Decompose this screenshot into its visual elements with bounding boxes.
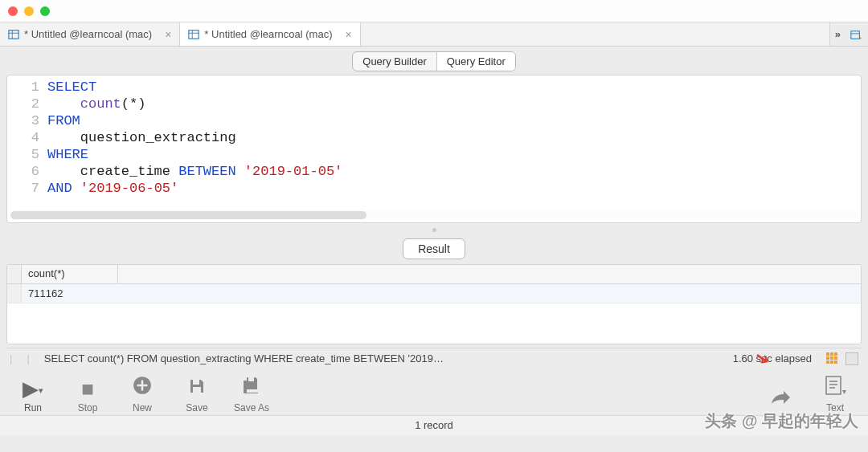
editor-horizontal-scrollbar[interactable] xyxy=(10,211,858,219)
mode-segmented: Query Builder Query Editor xyxy=(352,51,515,71)
play-icon: ▶▾ xyxy=(23,378,43,399)
stop-icon: ■ xyxy=(81,378,94,399)
minimize-window-icon[interactable] xyxy=(24,6,34,16)
tab-strip: * Untitled @learncoal (mac) × * Untitled… xyxy=(0,22,868,47)
bottom-toolbar: ▶▾ Run ■ Stop New Save Save As ▾ Text xyxy=(0,369,868,415)
stop-label: Stop xyxy=(78,402,98,413)
save-label: Save xyxy=(186,402,207,413)
line-gutter: 1234567 xyxy=(7,79,47,210)
svg-rect-10 xyxy=(193,380,199,385)
new-button[interactable]: New xyxy=(124,375,161,413)
query-builder-tab[interactable]: Query Builder xyxy=(353,52,436,71)
run-button[interactable]: ▶▾ Run xyxy=(14,378,51,413)
result-grid[interactable]: count(*) 711162 xyxy=(6,264,862,344)
tab-label: * Untitled @learncoal (mac) xyxy=(204,28,332,40)
row-header[interactable] xyxy=(7,284,22,303)
tab-label: * Untitled @learncoal (mac) xyxy=(24,28,152,40)
run-label: Run xyxy=(24,402,42,413)
new-label: New xyxy=(133,402,152,413)
svg-rect-13 xyxy=(826,377,841,394)
editor-content[interactable]: 1234567 SELECT count(*)FROM question_ext… xyxy=(7,75,861,210)
record-count-footer: 1 record xyxy=(0,415,868,436)
svg-rect-11 xyxy=(193,387,201,393)
floppy-icon xyxy=(187,377,207,399)
save-button[interactable]: Save xyxy=(178,377,215,413)
status-query-text: SELECT count(*) FROM question_extracting… xyxy=(44,352,444,364)
pane-splitter[interactable] xyxy=(0,226,868,234)
text-label: Text xyxy=(826,402,844,413)
maximize-window-icon[interactable] xyxy=(40,6,50,16)
grid-view-icon[interactable] xyxy=(826,352,839,365)
share-arrow-icon xyxy=(769,389,792,410)
close-tab-icon[interactable]: × xyxy=(165,29,171,40)
text-button[interactable]: ▾ Text xyxy=(817,375,854,413)
svg-rect-0 xyxy=(9,30,18,39)
scrollbar-thumb[interactable] xyxy=(10,211,366,219)
result-button[interactable]: Result xyxy=(403,238,465,259)
status-bar: | | SELECT count(*) FROM question_extrac… xyxy=(6,348,862,369)
share-button[interactable] xyxy=(762,389,799,413)
stop-button[interactable]: ■ Stop xyxy=(69,378,106,413)
table-icon xyxy=(8,29,19,40)
save-as-button[interactable]: Save As xyxy=(233,375,270,413)
tab-overflow-icon[interactable]: » xyxy=(830,28,845,40)
close-window-icon[interactable] xyxy=(8,6,18,16)
svg-rect-12 xyxy=(248,377,254,381)
form-view-icon[interactable] xyxy=(845,352,858,365)
plus-circle-icon xyxy=(132,375,153,399)
sql-editor[interactable]: 1234567 SELECT count(*)FROM question_ext… xyxy=(6,75,862,223)
document-icon: ▾ xyxy=(825,375,846,399)
status-sep: | xyxy=(27,352,29,364)
window-titlebar xyxy=(0,0,868,22)
column-header[interactable]: count(*) xyxy=(22,265,118,283)
status-elapsed-text: 1.60 sec elapsed xyxy=(733,352,812,364)
svg-text:+: + xyxy=(859,35,862,42)
tab-overflow: » + xyxy=(829,22,868,46)
record-count-text: 1 record xyxy=(415,419,453,431)
grid-body: 711162 xyxy=(7,284,861,303)
document-tab[interactable]: * Untitled @learncoal (mac) × xyxy=(0,22,180,46)
query-editor-tab[interactable]: Query Editor xyxy=(437,52,515,71)
mode-toggle-row: Query Builder Query Editor xyxy=(0,47,868,75)
result-toggle-row: Result xyxy=(0,234,868,264)
close-tab-icon[interactable]: × xyxy=(346,29,352,40)
svg-rect-3 xyxy=(189,30,199,39)
table-icon xyxy=(188,29,199,40)
saveas-label: Save As xyxy=(234,402,269,413)
row-header-corner[interactable] xyxy=(7,265,22,283)
table-row[interactable]: 711162 xyxy=(7,284,861,303)
new-query-icon[interactable]: + xyxy=(850,29,862,40)
document-tab[interactable]: * Untitled @learncoal (mac) × xyxy=(180,22,360,46)
code-area[interactable]: SELECT count(*)FROM question_extractingW… xyxy=(47,79,861,210)
status-sep: | xyxy=(10,352,12,364)
floppy-multi-icon xyxy=(241,375,262,399)
grid-header: count(*) xyxy=(7,265,861,284)
grid-cell[interactable]: 711162 xyxy=(22,285,69,302)
